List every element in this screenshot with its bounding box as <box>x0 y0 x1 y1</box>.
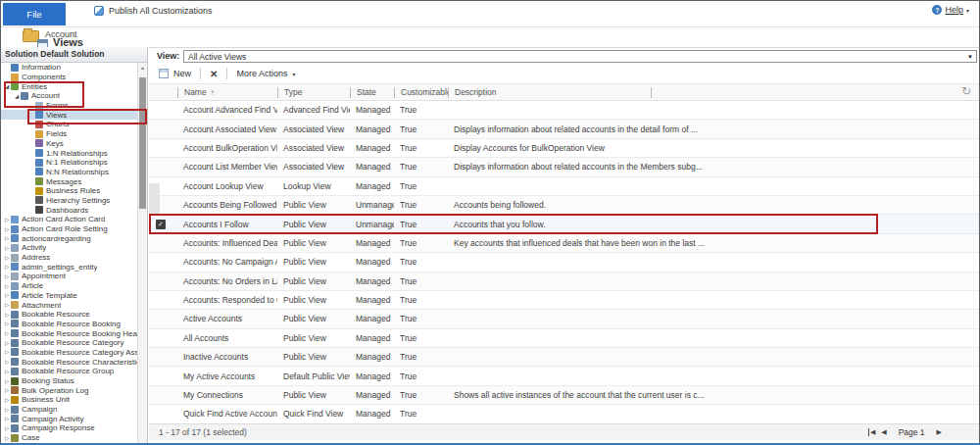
tree-item[interactable]: ▷ Campaign Activity <box>1 414 137 423</box>
previous-page-icon[interactable]: ◀ <box>881 428 886 436</box>
column-header-type[interactable]: Type <box>277 87 350 98</box>
tree-expander-icon[interactable]: ▷ <box>3 283 11 289</box>
tree-item[interactable]: 1:N Relationships <box>1 148 137 158</box>
tree-item[interactable]: Components <box>1 73 137 82</box>
tree-expander-icon[interactable]: ▷ <box>3 369 11 374</box>
next-page-icon[interactable]: ▶ <box>937 428 942 436</box>
tree-item[interactable]: ▷ Action Card Action Card <box>1 215 137 224</box>
tree-expander-icon[interactable]: ▷ <box>3 292 11 298</box>
tree-item[interactable]: ▷ Article Template <box>1 291 137 301</box>
tree-item[interactable]: ▷ Address <box>1 253 137 263</box>
tree-expander-icon[interactable]: ▷ <box>3 330 11 336</box>
tree-item[interactable]: ▷ actioncardregarding <box>1 233 137 243</box>
tree-expander-icon[interactable]: ▷ <box>3 226 11 232</box>
first-page-icon[interactable]: ◀ <box>868 428 875 436</box>
view-dropdown[interactable]: All Active Views ▼ <box>183 50 977 63</box>
table-row[interactable]: ✓ Active Accounts Public View Managed Tr… <box>149 310 979 328</box>
tree-expander-icon[interactable]: ◢ <box>3 83 11 89</box>
table-row[interactable]: ✓ Quick Find Active Accounts Quick Find … <box>149 405 979 423</box>
tree-item[interactable]: Business Rules <box>1 186 137 196</box>
tree-item[interactable]: ▷ Article <box>1 281 137 291</box>
tree-item[interactable]: ▷ Attachment <box>1 300 137 310</box>
tree-expander-icon[interactable]: ▷ <box>3 416 11 421</box>
tree-item[interactable]: ▷ Activity <box>1 243 137 253</box>
tree-expander-icon[interactable]: ◢ <box>13 93 21 99</box>
new-button[interactable]: New <box>159 69 191 78</box>
tree-item[interactable]: ▷ Campaign Response <box>1 423 137 433</box>
tree-expander-icon[interactable]: ▷ <box>3 387 11 393</box>
tree-item[interactable]: Forms <box>1 101 137 111</box>
scrollbar-thumb[interactable] <box>139 77 146 209</box>
tree-expander-icon[interactable]: ▷ <box>3 359 11 365</box>
tree-item[interactable]: ▷ Case Resolution <box>1 443 137 444</box>
tree-item[interactable]: Charts <box>1 120 137 129</box>
more-actions-button[interactable]: More Actions ▾ <box>236 69 295 78</box>
tree-item[interactable]: N:N Relationships <box>1 168 137 177</box>
tree-item[interactable]: ▷ Appointment <box>1 272 137 281</box>
tree-item[interactable]: ◢ Account <box>1 91 137 101</box>
table-row[interactable]: ✓ Accounts: Influenced Deals Tha... Publ… <box>149 234 979 253</box>
refresh-icon[interactable]: ↻ <box>961 84 971 98</box>
tree-expander-icon[interactable]: ▷ <box>3 312 11 318</box>
tree-expander-icon[interactable]: ▷ <box>3 273 11 279</box>
table-row[interactable]: ✓ My Connections Public View Managed Tru… <box>149 386 979 405</box>
tree-item[interactable]: ▷ admin_settings_entity <box>1 262 137 272</box>
tree-item[interactable]: ▷ Bookable Resource Booking Header <box>1 328 137 338</box>
file-button[interactable]: File <box>3 3 66 25</box>
column-header-customizable[interactable]: Customizable <box>394 87 448 98</box>
tree-item[interactable]: Keys <box>1 139 137 149</box>
publish-all-customizations-button[interactable]: Publish All Customizations <box>94 6 213 16</box>
tree-expander-icon[interactable]: ▷ <box>3 235 11 241</box>
tree-expander-icon[interactable]: ▷ <box>3 435 11 441</box>
column-header-name[interactable]: Name↑ <box>177 87 277 98</box>
table-row[interactable]: ✓ All Accounts Public View Managed True <box>149 329 979 348</box>
tree-expander-icon[interactable]: ▷ <box>3 217 11 222</box>
tree-item[interactable]: Fields <box>1 129 137 139</box>
sidebar-scrollbar[interactable]: ▴ <box>137 63 147 443</box>
tree-expander-icon[interactable]: ▷ <box>3 340 11 346</box>
tree-expander-icon[interactable]: ▷ <box>3 407 11 413</box>
tree-expander-icon[interactable]: ▷ <box>3 245 11 251</box>
tree-item[interactable]: ▷ Bulk Operation Log <box>1 385 137 395</box>
tree-expander-icon[interactable]: ▷ <box>3 378 11 384</box>
tree-item[interactable]: ▷ Case <box>1 433 137 443</box>
tree-item[interactable]: Dashboards <box>1 205 137 215</box>
tree-expander-icon[interactable]: ▷ <box>3 255 11 261</box>
scrollbar-up-icon[interactable]: ▴ <box>138 63 147 73</box>
tree-item[interactable]: ▷ Bookable Resource Group <box>1 367 137 376</box>
row-checkbox-cell[interactable]: ✓ <box>149 220 177 229</box>
tree-item[interactable]: ▷ Campaign <box>1 405 137 415</box>
tree-item[interactable]: ▷ Bookable Resource Category Assn <box>1 348 137 358</box>
table-row[interactable]: ✓ Inactive Accounts Public View Managed … <box>149 348 979 367</box>
table-row[interactable]: ✓ My Active Accounts Default Public View… <box>149 367 979 385</box>
tree-item[interactable]: Views <box>1 110 137 120</box>
table-row[interactable]: ✓ Account Advanced Find View Advanced Fi… <box>149 101 979 120</box>
table-row[interactable]: ✓ Accounts: Responded to Camp... Public … <box>149 291 979 310</box>
table-row[interactable]: ✓ Account Associated View Associated Vie… <box>149 120 979 138</box>
delete-button[interactable]: ✕ <box>210 69 218 79</box>
row-checkbox-icon[interactable]: ✓ <box>156 220 166 229</box>
tree-item[interactable]: Hierarchy Settings <box>1 196 137 206</box>
table-row[interactable]: ✓ Account Lookup View Lookup View Manage… <box>149 177 979 196</box>
tree-item[interactable]: ▷ Bookable Resource <box>1 310 137 320</box>
tree-expander-icon[interactable]: ▷ <box>3 425 11 431</box>
tree-expander-icon[interactable]: ▷ <box>3 349 11 355</box>
tree-item[interactable]: ◢ Entities <box>1 81 137 91</box>
tree-expander-icon[interactable]: ▷ <box>3 321 11 326</box>
table-row[interactable]: ✓ Accounts Being Followed Public View Un… <box>149 196 979 215</box>
column-header-description[interactable]: Description <box>448 87 979 98</box>
tree-item[interactable]: ▷ Booking Status <box>1 376 137 386</box>
column-header-state[interactable]: State <box>350 87 394 98</box>
table-row[interactable]: ✓ Account BulkOperation View Associated … <box>149 139 979 158</box>
table-row[interactable]: ✓ Accounts: No Orders in Last 6 ... Publ… <box>149 272 979 291</box>
table-row[interactable]: ✓ Account List Member View Associated Vi… <box>149 158 979 176</box>
tree-item[interactable]: ▷ Bookable Resource Category <box>1 338 137 348</box>
table-row[interactable]: ✓ Accounts: No Campaign Activit... Publi… <box>149 253 979 272</box>
help-button[interactable]: ? Help ▾ <box>932 5 969 15</box>
tree-expander-icon[interactable]: ▷ <box>3 264 11 270</box>
tree-item[interactable]: Messages <box>1 176 137 186</box>
tree-expander-icon[interactable]: ▷ <box>3 302 11 308</box>
tree-item[interactable]: ▷ Action Card Role Setting <box>1 224 137 234</box>
tree-item[interactable]: ▷ Bookable Resource Booking <box>1 320 137 329</box>
tree-item[interactable]: N:1 Relationships <box>1 158 137 168</box>
